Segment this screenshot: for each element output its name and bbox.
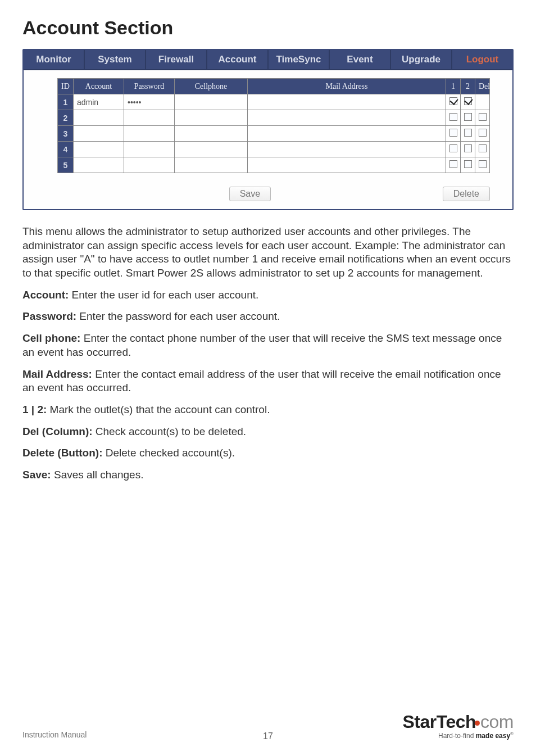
checkbox-icon[interactable]	[479, 144, 487, 152]
outlet1-checkbox[interactable]	[446, 94, 461, 110]
checkbox-icon[interactable]	[464, 97, 472, 105]
field-del-column: Del (Column): Check account(s) to be del…	[22, 425, 514, 439]
page-number: 17	[263, 731, 273, 741]
mail-input[interactable]	[248, 94, 446, 110]
row-id: 4	[58, 142, 74, 157]
account-input[interactable]	[74, 142, 124, 157]
delete-checkbox	[475, 94, 490, 110]
account-input[interactable]	[74, 157, 124, 173]
logo-dot-icon	[475, 721, 480, 726]
cellphone-input[interactable]	[175, 157, 248, 173]
col-id: ID	[58, 79, 74, 94]
table-row: 2	[58, 110, 490, 126]
col-del: Del	[475, 79, 490, 94]
field-save: Save: Saves all changes.	[22, 468, 514, 482]
outlet2-checkbox[interactable]	[461, 126, 475, 142]
password-input[interactable]	[124, 110, 175, 126]
table-row: 1admin•••••	[58, 94, 490, 110]
startech-logo: StarTechcom	[402, 713, 514, 731]
col-cellphone: Cellphone	[175, 79, 248, 94]
brand-block: StarTechcom Hard-to-find made easy®	[402, 713, 514, 739]
password-input[interactable]	[124, 142, 175, 157]
cellphone-input[interactable]	[175, 142, 248, 157]
mail-input[interactable]	[248, 142, 446, 157]
page-title: Account Section	[22, 17, 514, 39]
checkbox-icon[interactable]	[449, 97, 457, 105]
col-account: Account	[74, 79, 124, 94]
tab-firewall[interactable]: Firewall	[146, 50, 207, 69]
field-outlets: 1 | 2: Mark the outlet(s) that the accou…	[22, 403, 514, 417]
tab-timesync[interactable]: TimeSync	[269, 50, 330, 69]
mail-input[interactable]	[248, 110, 446, 126]
outlet1-checkbox[interactable]	[446, 110, 461, 126]
table-row: 4	[58, 142, 490, 157]
tab-monitor[interactable]: Monitor	[24, 50, 85, 69]
checkbox-icon[interactable]	[464, 129, 472, 137]
accounts-table: ID Account Password Cellphone Mail Addre…	[57, 78, 490, 173]
account-input[interactable]	[74, 126, 124, 142]
checkbox-icon[interactable]	[479, 113, 487, 121]
tab-event[interactable]: Event	[330, 50, 391, 69]
outlet2-checkbox[interactable]	[461, 94, 475, 110]
outlet2-checkbox[interactable]	[461, 142, 475, 157]
checkbox-icon[interactable]	[464, 144, 472, 152]
row-id: 1	[58, 94, 74, 110]
account-input[interactable]	[74, 110, 124, 126]
mail-input[interactable]	[248, 157, 446, 173]
cellphone-input[interactable]	[175, 126, 248, 142]
outlet2-checkbox[interactable]	[461, 157, 475, 173]
checkbox-icon[interactable]	[449, 144, 457, 152]
delete-checkbox[interactable]	[475, 142, 490, 157]
tab-bar: Monitor System Firewall Account TimeSync…	[24, 50, 512, 70]
tab-upgrade[interactable]: Upgrade	[391, 50, 452, 69]
col-outlet2: 2	[461, 79, 475, 94]
checkbox-icon[interactable]	[479, 129, 487, 137]
tab-system[interactable]: System	[85, 50, 146, 69]
checkbox-icon[interactable]	[449, 113, 457, 121]
save-button[interactable]: Save	[229, 187, 271, 201]
col-password: Password	[124, 79, 175, 94]
col-outlet1: 1	[446, 79, 461, 94]
field-delete-button: Delete (Button): Delete checked account(…	[22, 446, 514, 460]
mail-input[interactable]	[248, 126, 446, 142]
checkbox-icon[interactable]	[464, 160, 472, 168]
row-id: 5	[58, 157, 74, 173]
checkbox-icon[interactable]	[449, 129, 457, 137]
outlet2-checkbox[interactable]	[461, 110, 475, 126]
field-cellphone: Cell phone: Enter the contact phone numb…	[22, 332, 514, 359]
account-input[interactable]: admin	[74, 94, 124, 110]
tab-account[interactable]: Account	[207, 50, 269, 69]
cellphone-input[interactable]	[175, 110, 248, 126]
outlet1-checkbox[interactable]	[446, 142, 461, 157]
checkbox-icon[interactable]	[464, 113, 472, 121]
table-row: 5	[58, 157, 490, 173]
field-account: Account: Enter the user id for each user…	[22, 288, 514, 302]
table-row: 3	[58, 126, 490, 142]
tab-logout[interactable]: Logout	[452, 50, 512, 69]
checkbox-icon[interactable]	[479, 160, 487, 168]
password-input[interactable]	[124, 157, 175, 173]
row-id: 3	[58, 126, 74, 142]
outlet1-checkbox[interactable]	[446, 126, 461, 142]
delete-checkbox[interactable]	[475, 126, 490, 142]
intro-paragraph: This menu allows the administrator to se…	[22, 225, 514, 280]
account-screenshot: Monitor System Firewall Account TimeSync…	[22, 49, 514, 210]
brand-tagline: Hard-to-find made easy®	[402, 732, 514, 739]
delete-checkbox[interactable]	[475, 110, 490, 126]
password-input[interactable]	[124, 126, 175, 142]
delete-checkbox[interactable]	[475, 157, 490, 173]
outlet1-checkbox[interactable]	[446, 157, 461, 173]
page-footer: Instruction Manual 17 StarTechcom Hard-t…	[22, 713, 514, 739]
delete-button[interactable]: Delete	[443, 187, 490, 201]
checkbox-icon[interactable]	[449, 160, 457, 168]
password-input[interactable]: •••••	[124, 94, 175, 110]
col-mail: Mail Address	[248, 79, 446, 94]
field-password: Password: Enter the password for each us…	[22, 310, 514, 324]
footer-label: Instruction Manual	[22, 730, 87, 739]
cellphone-input[interactable]	[175, 94, 248, 110]
row-id: 2	[58, 110, 74, 126]
field-mail: Mail Address: Enter the contact email ad…	[22, 368, 514, 395]
